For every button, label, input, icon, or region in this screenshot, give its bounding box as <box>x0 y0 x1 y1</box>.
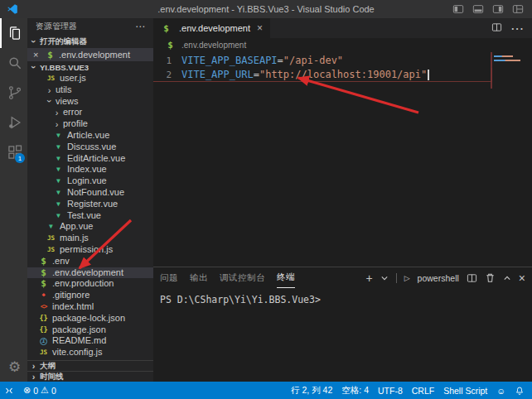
tree-item-Index.vue[interactable]: ▼Index.vue <box>27 164 153 175</box>
tab-env-development[interactable]: $ .env.development × <box>153 18 270 38</box>
settings-gear-icon[interactable]: ⚙ <box>0 352 27 382</box>
tree-item-utils[interactable]: ›utils <box>27 84 153 96</box>
close-icon[interactable]: × <box>257 22 263 34</box>
tree-item-Register.vue[interactable]: ▼Register.vue <box>27 199 153 210</box>
file-name: README.md <box>52 335 106 347</box>
tree-item-error[interactable]: ›error <box>27 107 153 118</box>
file-name: EditArticle.vue <box>67 153 125 165</box>
chevron-down-icon: › <box>30 38 38 46</box>
more-actions-icon[interactable]: ⋯ <box>135 21 145 32</box>
tree-item-.env[interactable]: $.env <box>27 256 153 267</box>
code-line-1[interactable]: 1VITE_APP_BASEAPI="/api-dev" <box>153 54 492 68</box>
file-name: package.json <box>52 324 106 336</box>
notifications-bell-icon[interactable] <box>515 386 525 396</box>
sidebar-title-row: 资源管理器 ⋯ <box>27 18 153 35</box>
tree-item-README.md[interactable]: iREADME.md <box>27 335 153 347</box>
file-name: Discuss.vue <box>67 142 116 153</box>
terminal-prompt: PS D:\CSharp\Yi\Yi.BBS.Vue3> <box>160 294 321 305</box>
kill-terminal-trash-icon[interactable] <box>485 272 496 283</box>
tree-item-Test.vue[interactable]: ▼Test.vue <box>27 210 153 222</box>
explorer-icon[interactable] <box>0 18 27 48</box>
open-editors-header[interactable]: › 打开的编辑器 <box>27 35 153 48</box>
remote-indicator[interactable] <box>4 386 14 396</box>
customize-layout-icon[interactable] <box>512 3 524 15</box>
open-editor-item[interactable]: × $ .env.development <box>27 48 153 61</box>
chevron-down-icon: › <box>46 98 54 105</box>
code-line-2[interactable]: 2VITE_APP_URL="http://localhost:19001/ap… <box>153 68 492 82</box>
editor-area: $ .env.development × ⋯ $ .env.developmen… <box>153 18 532 382</box>
tree-item-user.js[interactable]: JSuser.js <box>27 73 153 84</box>
toggle-sidebar-icon[interactable] <box>452 3 464 15</box>
maximize-panel-icon[interactable] <box>503 275 511 281</box>
language-mode[interactable]: Shell Script <box>443 386 487 396</box>
minimap[interactable] <box>494 55 520 64</box>
tree-item-Login.vue[interactable]: ▼Login.vue <box>27 175 153 187</box>
tree-item-NotFound.vue[interactable]: ▼NotFound.vue <box>27 187 153 199</box>
file-name: Login.vue <box>67 175 107 187</box>
cursor-position[interactable]: 行 2, 列 42 <box>291 385 332 397</box>
panel-tab-终端[interactable]: 终端 <box>277 267 295 288</box>
breadcrumb-item: .env.development <box>181 41 246 50</box>
tree-item-EditArticle.vue[interactable]: ▼EditArticle.vue <box>27 153 153 165</box>
code-editor[interactable]: 1VITE_APP_BASEAPI="/api-dev"2VITE_APP_UR… <box>153 52 532 267</box>
tree-item-vite.config.js[interactable]: JSvite.config.js <box>27 347 153 358</box>
feedback-smiley-icon[interactable]: ☺ <box>496 386 505 396</box>
code-lines: 1VITE_APP_BASEAPI="/api-dev"2VITE_APP_UR… <box>153 54 532 82</box>
extensions-icon[interactable]: 1 <box>0 137 27 167</box>
vscode-logo-icon[interactable] <box>7 3 18 15</box>
search-icon[interactable] <box>0 48 27 78</box>
env-file-icon: $ <box>38 278 49 290</box>
tree-item-index.html[interactable]: <>index.html <box>27 301 153 313</box>
project-root-header[interactable]: › YI.BBS.VUE3 <box>27 61 153 73</box>
code-text: VITE_APP_BASEAPI="/api-dev" <box>172 54 343 68</box>
code-token: VITE_APP_URL <box>181 69 254 80</box>
tree-item-views[interactable]: ›views <box>27 96 153 108</box>
split-editor-icon[interactable] <box>491 21 502 36</box>
extensions-badge: 1 <box>15 153 25 163</box>
editor-more-actions-icon[interactable]: ⋯ <box>510 21 524 36</box>
tree-item-package.json[interactable]: {}package.json <box>27 324 153 336</box>
indentation-setting[interactable]: 空格: 4 <box>341 385 369 397</box>
terminal-shell-label[interactable]: powershell <box>418 273 459 283</box>
panel-header: 问题输出调试控制台终端 + ▷ powershell × <box>153 267 532 288</box>
tree-item-Article.vue[interactable]: ▼Article.vue <box>27 130 153 142</box>
env-file-icon: $ <box>161 23 172 34</box>
tree-item-.gitignore[interactable]: ◆.gitignore <box>27 290 153 301</box>
split-terminal-icon[interactable] <box>467 273 477 283</box>
toggle-panel-icon[interactable] <box>472 3 484 15</box>
tree-item-App.vue[interactable]: ▼App.vue <box>27 221 153 233</box>
new-terminal-icon[interactable]: + <box>366 272 373 285</box>
tree-item-profile[interactable]: ›profile <box>27 118 153 130</box>
breadcrumb[interactable]: $ .env.development <box>153 38 532 52</box>
terminal-profile-chevron-icon[interactable] <box>380 275 389 281</box>
tree-item-permission.js[interactable]: JSpermission.js <box>27 244 153 256</box>
status-bar: ⊗ 0 ⚠ 0 行 2, 列 42 空格: 4 UTF-8 CRLF Shell… <box>0 382 532 399</box>
tree-item-.env.development[interactable]: $.env.development <box>27 267 153 279</box>
timeline-section[interactable]: › 时间线 <box>27 371 153 382</box>
eol-setting[interactable]: CRLF <box>412 386 434 396</box>
tree-item-.env.production[interactable]: $.env.production <box>27 278 153 290</box>
tree-item-package-lock.json[interactable]: {}package-lock.json <box>27 313 153 324</box>
panel-tab-输出[interactable]: 输出 <box>190 267 208 288</box>
problems-indicator[interactable]: ⊗ 0 ⚠ 0 <box>23 385 56 396</box>
tree-item-Discuss.vue[interactable]: ▼Discuss.vue <box>27 142 153 153</box>
tree-item-main.js[interactable]: JSmain.js <box>27 233 153 244</box>
panel-tab-调试控制台[interactable]: 调试控制台 <box>220 267 265 288</box>
panel-tab-问题[interactable]: 问题 <box>160 267 178 288</box>
terminal-content[interactable]: PS D:\CSharp\Yi\Yi.BBS.Vue3> <box>153 288 532 305</box>
toggle-secondary-sidebar-icon[interactable] <box>492 3 504 15</box>
close-icon[interactable]: × <box>33 50 42 60</box>
run-debug-icon[interactable] <box>0 108 27 137</box>
source-control-icon[interactable] <box>0 78 27 108</box>
file-name: views <box>56 96 79 108</box>
encoding-setting[interactable]: UTF-8 <box>378 386 403 396</box>
json-file-icon: {} <box>38 313 49 324</box>
file-name: Register.vue <box>67 199 118 210</box>
json-file-icon: {} <box>38 324 49 336</box>
outline-section[interactable]: › 大纲 <box>27 360 153 371</box>
line-number: 1 <box>153 54 172 68</box>
file-name: .env <box>52 256 70 267</box>
close-panel-icon[interactable]: × <box>519 272 525 285</box>
sidebar-title: 资源管理器 <box>36 21 77 32</box>
editor-tab-bar: $ .env.development × ⋯ <box>153 18 532 38</box>
